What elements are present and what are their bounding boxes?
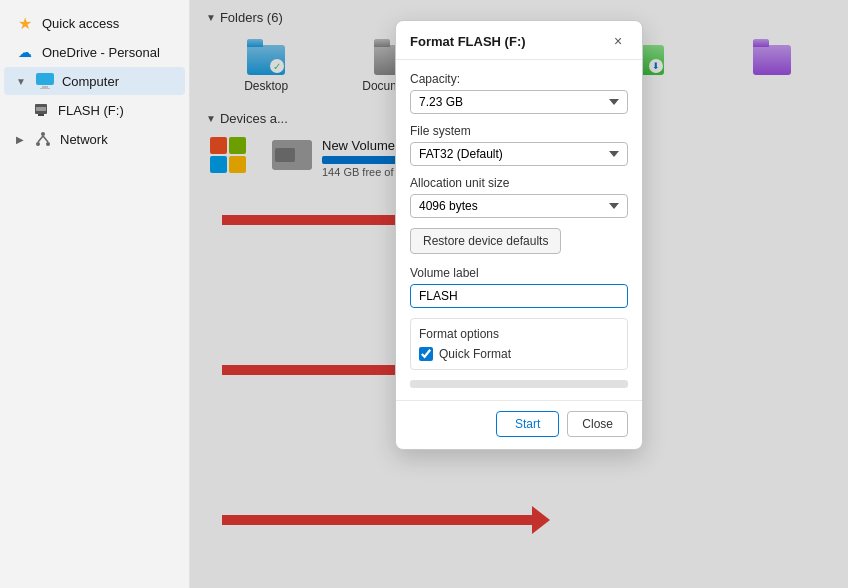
svg-line-10: [43, 136, 48, 142]
sidebar-item-label: OneDrive - Personal: [42, 45, 160, 60]
format-dialog: Format FLASH (F:) × Capacity: 7.23 GB Fi…: [395, 20, 643, 450]
format-options-section: Format options Quick Format: [410, 318, 628, 370]
dialog-body: Capacity: 7.23 GB File system FAT32 (Def…: [396, 60, 642, 400]
allocation-select[interactable]: 4096 bytes: [410, 194, 628, 218]
dialog-title: Format FLASH (F:): [410, 34, 526, 49]
network-icon: [34, 130, 52, 148]
quick-format-label[interactable]: Quick Format: [439, 347, 511, 361]
svg-rect-0: [36, 73, 54, 85]
filesystem-label: File system: [410, 124, 628, 138]
svg-point-6: [41, 132, 45, 136]
capacity-label: Capacity:: [410, 72, 628, 86]
sidebar-item-network[interactable]: ▶ Network: [4, 125, 185, 153]
sidebar-item-label: Quick access: [42, 16, 119, 31]
volume-label-input[interactable]: [410, 284, 628, 308]
quick-format-checkbox[interactable]: [419, 347, 433, 361]
computer-icon: [36, 72, 54, 90]
star-icon: ★: [16, 14, 34, 32]
dialog-overlay: Format FLASH (F:) × Capacity: 7.23 GB Fi…: [190, 0, 848, 588]
format-options-title: Format options: [419, 327, 619, 341]
progress-bar: [410, 380, 628, 388]
svg-rect-1: [42, 86, 48, 88]
sidebar-item-quick-access[interactable]: ★ Quick access: [4, 9, 185, 37]
sidebar-item-flash[interactable]: FLASH (F:): [4, 96, 185, 124]
svg-line-9: [38, 136, 43, 142]
svg-rect-2: [40, 88, 50, 89]
quick-format-row: Quick Format: [419, 347, 619, 361]
svg-point-8: [46, 142, 50, 146]
main-content: ▼ Folders (6) ✓ Desktop: [190, 0, 848, 588]
allocation-label: Allocation unit size: [410, 176, 628, 190]
start-button[interactable]: Start: [496, 411, 559, 437]
dialog-close-button[interactable]: ×: [608, 31, 628, 51]
capacity-select[interactable]: 7.23 GB: [410, 90, 628, 114]
sidebar-item-label: Network: [60, 132, 108, 147]
sidebar-item-label: Computer: [62, 74, 119, 89]
chevron-right-icon: ▶: [16, 134, 24, 145]
chevron-down-icon: ▼: [16, 76, 26, 87]
sidebar-item-onedrive[interactable]: ☁ OneDrive - Personal: [4, 38, 185, 66]
sidebar-item-label: FLASH (F:): [58, 103, 124, 118]
sidebar: ★ Quick access ☁ OneDrive - Personal ▼ C…: [0, 0, 190, 588]
usb-icon: [32, 101, 50, 119]
dialog-titlebar: Format FLASH (F:) ×: [396, 21, 642, 60]
volume-label-text: Volume label: [410, 266, 628, 280]
svg-point-7: [36, 142, 40, 146]
svg-rect-4: [38, 114, 44, 116]
filesystem-select[interactable]: FAT32 (Default): [410, 142, 628, 166]
dialog-footer: Start Close: [396, 400, 642, 449]
svg-rect-5: [36, 107, 46, 111]
cloud-icon: ☁: [16, 43, 34, 61]
close-button[interactable]: Close: [567, 411, 628, 437]
sidebar-item-computer[interactable]: ▼ Computer: [4, 67, 185, 95]
restore-defaults-button[interactable]: Restore device defaults: [410, 228, 561, 254]
